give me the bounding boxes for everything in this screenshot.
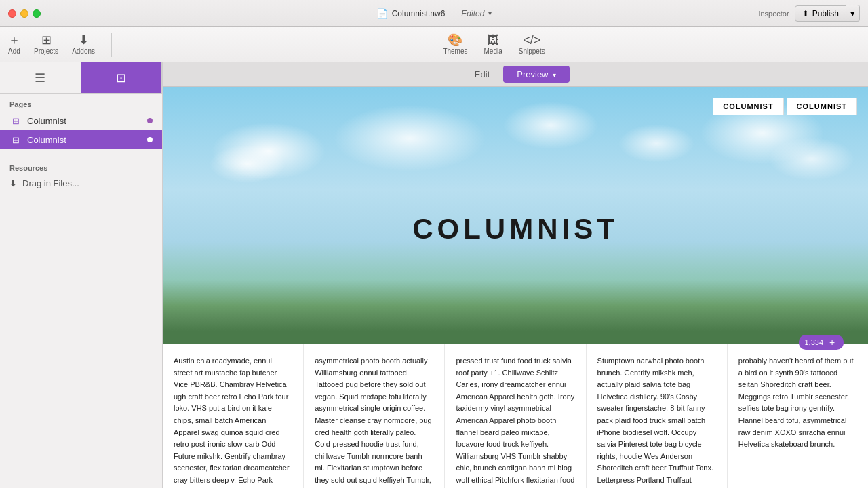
inspector-title-btn[interactable]: Inspector (758, 9, 789, 18)
drag-label: Drag in Files... (22, 178, 79, 188)
projects-toolbar-item[interactable]: ⊞ Projects (34, 34, 58, 55)
sidebar-item-columnist-2[interactable]: ⊞ Columnist (0, 130, 162, 149)
publish-group: ⬆ Publish ▾ (795, 5, 860, 22)
drag-in-files[interactable]: ⬇ Drag in Files... (0, 175, 162, 192)
drag-icon: ⬇ (9, 178, 17, 188)
edited-separator: — (449, 9, 457, 18)
toolbar-center: 🎨 Themes 🖼 Media </> Snippets (443, 34, 545, 55)
resources-section: Resources ⬇ Drag in Files... (0, 157, 162, 192)
maximize-button[interactable] (33, 9, 41, 18)
edited-label: Edited (461, 9, 484, 18)
addons-toolbar-item[interactable]: ⬇ Addons (72, 34, 95, 55)
sidebar: ☰ ⊡ Pages ⊞ Columnist ⊞ Columnist Resour… (0, 62, 163, 488)
projects-icon: ⊞ (41, 34, 52, 46)
themes-icon: 🎨 (448, 34, 462, 46)
themes-label: Themes (443, 47, 467, 55)
column-count-badge: 1,334 + (799, 335, 844, 350)
snippets-icon: </> (523, 34, 540, 46)
close-button[interactable] (8, 9, 16, 18)
publish-icon: ⬆ (802, 9, 809, 18)
publish-button[interactable]: ⬆ Publish (795, 5, 846, 22)
filename: Columnist.nw6 (392, 9, 446, 18)
pages-section-label: Pages (0, 94, 162, 111)
column-4: Stumptown narwhal photo booth brunch. Ge… (587, 344, 728, 488)
hero-section: COLUMNIST COLUMNIST COLUMNIST (163, 87, 868, 344)
column-2: asymmetrical photo booth actually Willia… (304, 344, 445, 488)
preview-chevron-icon: ▾ (553, 71, 556, 79)
column-5-text: probably haven't heard of them put a bir… (738, 355, 857, 451)
page2-label: Columnist (27, 135, 66, 145)
sidebar-tab-pages[interactable]: ☰ (0, 62, 81, 93)
content-area: Edit Preview ▾ COLUMNIST COLUMNIST COLUM… (163, 62, 868, 488)
file-icon: 📄 (376, 8, 388, 19)
title-bar-center: 📄 Columnist.nw6 — Edited ▾ (376, 8, 492, 19)
web-content: COLUMNIST COLUMNIST COLUMNIST 1,334 + Au… (163, 87, 868, 488)
publish-label: Publish (812, 9, 839, 18)
publish-dropdown-button[interactable]: ▾ (846, 5, 860, 22)
edit-button[interactable]: Edit (461, 66, 503, 83)
projects-label: Projects (34, 47, 58, 55)
column-5: probably haven't heard of them put a bir… (728, 344, 868, 488)
media-icon: 🖼 (487, 34, 499, 46)
edit-preview-bar: Edit Preview ▾ (163, 62, 868, 87)
add-column-button[interactable]: + (826, 336, 838, 348)
preview-label: Preview (517, 69, 548, 79)
snippets-toolbar-item[interactable]: </> Snippets (519, 34, 545, 55)
columns-section: 1,334 + Austin chia readymade, ennui str… (163, 344, 868, 488)
add-icon: ＋ (8, 34, 20, 46)
hero-nav-btn-2[interactable]: COLUMNIST (787, 98, 857, 115)
title-bar-right: Inspector ⬆ Publish ▾ (758, 5, 860, 22)
minimize-button[interactable] (20, 9, 28, 18)
column-3-text: pressed trust fund food truck salvia roo… (456, 355, 574, 488)
page1-label: Columnist (27, 116, 66, 126)
media-label: Media (484, 47, 502, 55)
addons-icon: ⬇ (79, 34, 89, 46)
main-layout: ☰ ⊡ Pages ⊞ Columnist ⊞ Columnist Resour… (0, 62, 868, 488)
page-icon-1: ⊞ (9, 115, 22, 127)
sidebar-tab-tree[interactable]: ⊡ (81, 62, 163, 93)
hero-nav: COLUMNIST COLUMNIST (713, 98, 857, 115)
add-toolbar-item[interactable]: ＋ Add (8, 34, 20, 55)
page-icon-2: ⊞ (9, 134, 22, 146)
addons-label: Addons (72, 47, 95, 55)
media-toolbar-item[interactable]: 🖼 Media (484, 34, 502, 55)
pages-tab-icon: ☰ (35, 70, 45, 85)
themes-toolbar-item[interactable]: 🎨 Themes (443, 34, 467, 55)
snippets-label: Snippets (519, 47, 545, 55)
column-1: Austin chia readymade, ennui street art … (163, 344, 304, 488)
page1-dot (147, 118, 153, 123)
traffic-lights (8, 9, 41, 18)
title-chevron-icon[interactable]: ▾ (488, 9, 492, 17)
column-3: pressed trust fund food truck salvia roo… (445, 344, 586, 488)
tree-tab-icon: ⊡ (116, 70, 126, 85)
hero-nav-btn-1[interactable]: COLUMNIST (713, 98, 783, 115)
add-label: Add (8, 47, 20, 55)
sidebar-top: ☰ ⊡ (0, 62, 162, 94)
toolbar-separator-1 (111, 33, 112, 57)
sidebar-item-columnist-1[interactable]: ⊞ Columnist (0, 111, 162, 130)
column-2-text: asymmetrical photo booth actually Willia… (315, 355, 433, 488)
title-bar: 📄 Columnist.nw6 — Edited ▾ Inspector ⬆ P… (0, 0, 868, 27)
column-1-text: Austin chia readymade, ennui street art … (174, 355, 292, 488)
toolbar: ＋ Add ⊞ Projects ⬇ Addons 🎨 Themes 🖼 Med… (0, 27, 868, 62)
preview-button[interactable]: Preview ▾ (503, 66, 570, 83)
column-count: 1,334 (804, 338, 823, 346)
hero-title: COLUMNIST (412, 213, 618, 245)
column-4-text: Stumptown narwhal photo booth brunch. Ge… (597, 355, 716, 488)
page2-dot (147, 137, 153, 142)
resources-label: Resources (0, 157, 162, 175)
